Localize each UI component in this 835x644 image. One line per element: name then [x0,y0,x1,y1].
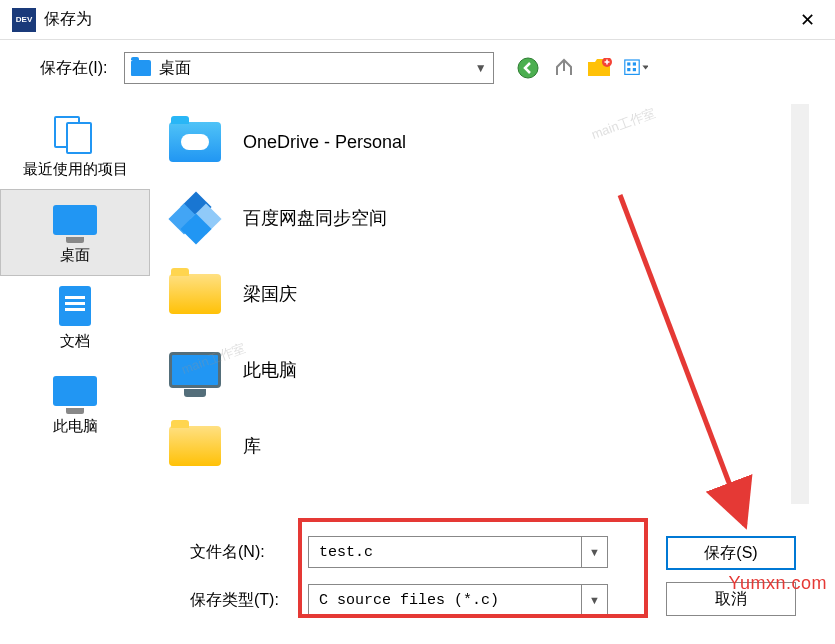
baidu-icon [173,196,217,240]
scrollbar[interactable] [791,104,809,504]
filetype-row: 保存类型(T): C source files (*.c) ▼ [190,584,608,616]
filename-row: 文件名(N): ▼ [190,536,608,568]
svg-point-0 [518,58,538,78]
sidebar-item-thispc[interactable]: 此电脑 [0,361,150,446]
file-row[interactable]: 百度网盘同步空间 [151,180,835,256]
sidebar-item-label: 文档 [60,332,90,351]
sidebar-item-recent[interactable]: 最近使用的项目 [0,104,150,189]
filetype-combo[interactable]: C source files (*.c) ▼ [308,584,608,616]
titlebar: DEV 保存为 ✕ [0,0,835,40]
fields: 文件名(N): ▼ 保存类型(T): C source files (*.c) … [190,536,608,616]
location-value: 桌面 [159,58,475,79]
svg-rect-2 [624,60,638,74]
recent-icon [54,116,96,152]
location-bar: 保存在(I): 桌面 ▼ [0,40,835,96]
filename-combo[interactable]: ▼ [308,536,608,568]
file-row[interactable]: 库 [151,408,835,484]
window-title: 保存为 [44,9,792,30]
file-row[interactable]: 此电脑 [151,332,835,408]
view-menu-icon[interactable] [624,56,648,80]
svg-rect-6 [632,68,635,71]
body-area: 最近使用的项目 桌面 文档 此电脑 OneDrive - Personal 百度… [0,96,835,526]
computer-icon [53,376,97,406]
app-icon: DEV [12,8,36,32]
filetype-label: 保存类型(T): [190,590,290,611]
file-name: 此电脑 [243,358,297,382]
sidebar-item-label: 最近使用的项目 [23,160,128,179]
svg-rect-5 [627,68,630,71]
file-name: 梁国庆 [243,282,297,306]
filename-input[interactable] [309,544,581,561]
chevron-down-icon: ▼ [475,61,487,75]
save-button[interactable]: 保存(S) [666,536,796,570]
file-row[interactable]: 梁国庆 [151,256,835,332]
svg-rect-3 [627,62,630,65]
location-dropdown[interactable]: 桌面 ▼ [124,52,494,84]
file-name: 百度网盘同步空间 [243,206,387,230]
document-icon [59,286,91,326]
filetype-value: C source files (*.c) [309,592,581,609]
sidebar-item-desktop[interactable]: 桌面 [0,189,150,276]
libraries-icon [169,426,221,466]
folder-icon [169,274,221,314]
bottom-panel: 文件名(N): ▼ 保存类型(T): C source files (*.c) … [0,526,835,636]
chevron-down-icon[interactable]: ▼ [581,585,607,615]
onedrive-folder-icon [169,122,221,162]
save-in-label: 保存在(I): [40,58,108,79]
close-button[interactable]: ✕ [792,5,823,35]
file-name: OneDrive - Personal [243,132,406,153]
computer-icon [169,352,221,388]
sidebar-item-label: 此电脑 [53,417,98,436]
folder-icon [131,60,151,76]
file-name: 库 [243,434,261,458]
sidebar-item-documents[interactable]: 文档 [0,276,150,361]
back-icon[interactable] [516,56,540,80]
svg-rect-4 [632,62,635,65]
desktop-icon [53,205,97,235]
file-row[interactable]: OneDrive - Personal [151,104,835,180]
cancel-button[interactable]: 取消 [666,582,796,616]
sidebar-item-label: 桌面 [60,246,90,265]
toolbar-icons [516,56,648,80]
action-buttons: 保存(S) 取消 [666,536,796,616]
new-folder-icon[interactable] [588,56,612,80]
up-icon[interactable] [552,56,576,80]
file-list: OneDrive - Personal 百度网盘同步空间 梁国庆 此电脑 库 [150,96,835,526]
filename-label: 文件名(N): [190,542,290,563]
chevron-down-icon[interactable]: ▼ [581,537,607,567]
places-sidebar: 最近使用的项目 桌面 文档 此电脑 [0,96,150,526]
